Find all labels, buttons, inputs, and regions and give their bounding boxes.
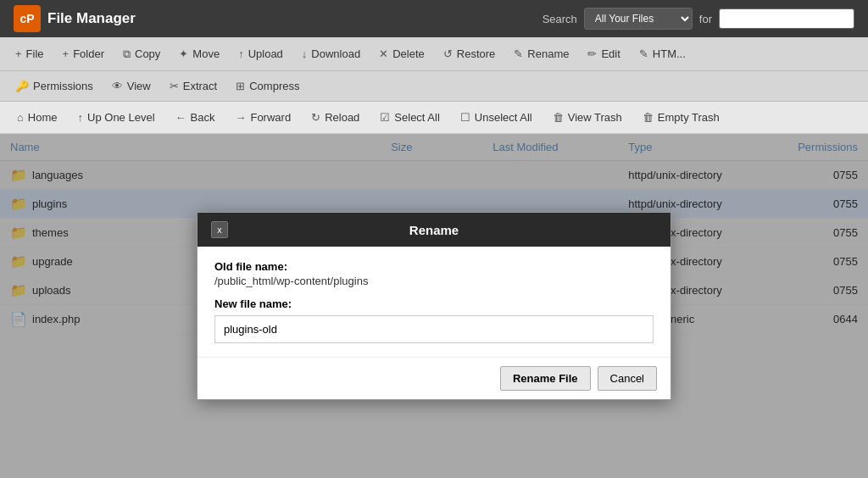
trash2-icon: 🗑 xyxy=(643,111,654,124)
new-name-input[interactable] xyxy=(214,315,654,343)
nav-toolbar: ⌂ Home ↑ Up One Level ← Back → Forward ↻… xyxy=(0,102,868,134)
search-input[interactable] xyxy=(719,8,854,29)
reload-button[interactable]: ↻ Reload xyxy=(301,106,370,129)
cpanel-icon: cP xyxy=(14,5,41,32)
new-name-label: New file name: xyxy=(214,297,654,310)
new-file-button[interactable]: + File xyxy=(7,43,53,64)
header: cP File Manager Search All Your Files Ho… xyxy=(0,0,868,37)
back-button[interactable]: ← Back xyxy=(165,106,225,129)
forward-icon: → xyxy=(235,111,246,124)
copy-button[interactable]: ⧉ Copy xyxy=(114,43,169,65)
home-icon: ⌂ xyxy=(17,111,24,124)
modal-header: x Rename xyxy=(198,213,670,247)
compress-button[interactable]: ⊞ Compress xyxy=(227,75,308,97)
up-icon: ↑ xyxy=(78,111,84,124)
app-logo: cP File Manager xyxy=(14,5,136,32)
new-folder-button[interactable]: + Folder xyxy=(54,43,113,64)
search-scope-select[interactable]: All Your Files Home Directory Public Web… xyxy=(584,8,693,30)
modal-title: Rename xyxy=(228,223,640,237)
move-button[interactable]: ✦ Move xyxy=(170,43,228,64)
rename-button[interactable]: ✎ Rename xyxy=(505,43,577,64)
edit-button[interactable]: ✏ Edit xyxy=(579,43,628,64)
forward-button[interactable]: → Forward xyxy=(225,106,301,129)
old-name-value: /public_html/wp-content/plugins xyxy=(214,275,654,287)
restore-button[interactable]: ↺ Restore xyxy=(435,43,504,64)
eye-icon: 👁 xyxy=(112,80,123,92)
html-editor-button[interactable]: ✎ HTM... xyxy=(631,43,694,64)
cancel-button[interactable]: Cancel xyxy=(598,366,657,391)
compress-icon: ⊞ xyxy=(236,80,245,92)
move-icon: ✦ xyxy=(179,47,188,60)
back-icon: ← xyxy=(175,111,186,124)
delete-button[interactable]: ✕ Delete xyxy=(370,43,433,64)
upload-button[interactable]: ↑ Upload xyxy=(230,43,292,64)
view-button[interactable]: 👁 View xyxy=(103,75,159,97)
extract-button[interactable]: ✂ Extract xyxy=(161,75,225,97)
unselect-all-button[interactable]: ☐ Unselect All xyxy=(450,106,542,129)
plus-icon: + xyxy=(63,47,70,60)
trash-icon: 🗑 xyxy=(553,111,564,124)
for-label: for xyxy=(699,13,712,25)
view-trash-button[interactable]: 🗑 View Trash xyxy=(542,106,632,129)
checkbox-checked-icon: ☑ xyxy=(380,111,390,124)
html-icon: ✎ xyxy=(639,47,648,60)
toolbar-primary: + File + Folder ⧉ Copy ✦ Move ↑ Upload ↓… xyxy=(0,37,868,71)
edit-icon: ✏ xyxy=(587,47,597,60)
home-button[interactable]: ⌂ Home xyxy=(7,106,68,129)
search-label: Search xyxy=(542,13,577,25)
toolbar-secondary: 🔑 Permissions 👁 View ✂ Extract ⊞ Compres… xyxy=(0,71,868,102)
restore-icon: ↺ xyxy=(443,47,453,60)
rename-file-button[interactable]: Rename File xyxy=(500,366,591,391)
delete-icon: ✕ xyxy=(379,47,388,60)
download-icon: ↓ xyxy=(302,47,308,60)
upload-icon: ↑ xyxy=(238,47,244,60)
search-bar: Search All Your Files Home Directory Pub… xyxy=(542,8,854,30)
empty-trash-button[interactable]: 🗑 Empty Trash xyxy=(632,106,730,129)
modal-footer: Rename File Cancel xyxy=(198,357,670,399)
modal-overlay: x Rename Old file name: /public_html/wp-… xyxy=(0,134,868,478)
modal-body: Old file name: /public_html/wp-content/p… xyxy=(198,247,670,357)
rename-icon: ✎ xyxy=(514,47,523,60)
modal-close-button[interactable]: x xyxy=(211,221,228,238)
app-title: File Manager xyxy=(47,10,136,27)
rename-modal: x Rename Old file name: /public_html/wp-… xyxy=(197,212,671,400)
up-one-level-button[interactable]: ↑ Up One Level xyxy=(68,106,165,129)
key-icon: 🔑 xyxy=(15,80,29,92)
plus-icon: + xyxy=(15,47,22,60)
download-button[interactable]: ↓ Download xyxy=(293,43,369,64)
permissions-button[interactable]: 🔑 Permissions xyxy=(7,75,102,97)
reload-icon: ↻ xyxy=(311,111,320,124)
copy-icon: ⧉ xyxy=(123,47,131,61)
main-area: Name Size Last Modified Type Permissions… xyxy=(0,134,868,478)
checkbox-unchecked-icon: ☐ xyxy=(460,111,470,124)
select-all-button[interactable]: ☑ Select All xyxy=(370,106,449,129)
old-name-label: Old file name: xyxy=(214,260,654,273)
extract-icon: ✂ xyxy=(170,80,179,92)
